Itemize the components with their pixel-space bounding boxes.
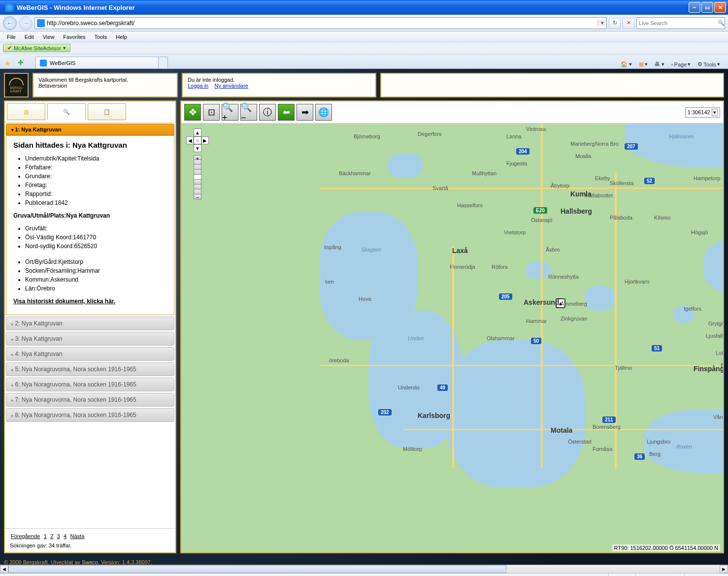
pan-up[interactable]: ▲ [194,128,201,136]
result-item[interactable]: 3: Nya Kattgruvan [6,332,174,346]
pager-page[interactable]: 2 [50,533,53,539]
close-button[interactable]: ✕ [714,2,726,13]
horizontal-scrollbar[interactable]: ◀ ▶ [0,565,728,573]
map-view[interactable]: ▲ ◀○▶ ▼ + − ▲ RT90: 1516202.00000 Ö 6541… [181,123,723,552]
zoom-level[interactable]: 🔍100%▾ [684,574,724,576]
menu-help[interactable]: Help [112,33,131,41]
favorites-star-icon[interactable]: ★ [4,59,14,68]
tab-layers[interactable]: ▥ [7,103,45,120]
new-user-link[interactable]: Ny användare [214,83,248,89]
mcafee-badge[interactable]: ✔McAfee SiteAdvisor▾ [3,44,70,52]
map-label: ilspång [324,244,341,250]
search-box[interactable]: 🔍 [636,17,725,29]
zoom-slider[interactable]: + − [194,155,201,199]
browser-tab[interactable]: WeBerGIS [35,57,159,68]
url-input[interactable] [47,18,597,29]
tab-search[interactable]: 🔍 [47,103,86,120]
zoom-out-step[interactable]: − [194,194,201,199]
pager-next[interactable]: Nästa [70,533,85,539]
tools-menu[interactable]: ⚙ Tools ▾ [695,60,722,68]
map-label: Zinkgruvan [561,316,587,321]
maximize-button[interactable]: ▭ [701,2,713,13]
result-list[interactable]: 1: Nya Kattgruvan Sidan hittades i: Nya … [5,123,175,528]
zoom-in-tool[interactable]: 🔍+ [222,104,238,121]
map-label: Hammar [526,318,547,324]
menu-edit[interactable]: Edit [21,33,38,41]
refresh-button[interactable]: ↻ [609,18,621,29]
result-item[interactable]: 8: Nya Noragruvorna, Nora socken 1916-19… [6,408,174,422]
zoom-box-tool[interactable]: ⊡ [203,104,220,121]
zoom-out-tool[interactable]: 🔍− [240,104,257,121]
pan-left[interactable]: ◀ [186,136,194,144]
scroll-right[interactable]: ▶ [720,565,728,573]
menu-favorites[interactable]: Favorites [59,33,89,41]
zoom-in-step[interactable]: + [194,155,201,160]
full-extent-button[interactable]: 🌐 [315,104,332,121]
map-label: öreboda [329,357,349,363]
back-button[interactable]: ← [3,16,17,30]
pan-down[interactable]: ▼ [194,144,201,152]
route-shield: 207 [625,143,638,150]
route-shield: 211 [602,416,616,423]
menu-view[interactable]: View [39,33,59,41]
next-extent-button[interactable]: ➡ [297,104,313,121]
url-dropdown[interactable]: ▾ [597,20,606,26]
result-item[interactable]: 5: Nya Noragruvorna, Nora socken 1916-19… [6,362,174,376]
menu-tools[interactable]: Tools [91,33,111,41]
result-active-header[interactable]: 1: Nya Kattgruvan [6,124,174,135]
map-label: Hjälmaren [669,133,694,139]
stop-button[interactable]: ✕ [623,18,634,29]
pager-page[interactable]: 3 [57,533,60,539]
pager-prev[interactable]: Föregående [11,533,40,539]
map-label: Karlsborg [418,412,450,419]
feeds-button[interactable]: ▦ ▾ [637,60,650,68]
new-tab-button[interactable] [158,57,168,68]
not-logged-text: Du är inte inloggad. [188,77,370,83]
home-button[interactable]: 🏠 ▾ [619,60,634,68]
add-favorite-icon[interactable]: ✚ [18,59,28,68]
tab-results[interactable]: 📋 [88,103,126,120]
route-shield: 52 [644,178,655,184]
result-item[interactable]: 7: Nya Noragruvorna, Nora socken 1916-19… [6,393,174,407]
scale-display[interactable]: 1:306142 ▾ [685,107,720,118]
route-shield: 36 [634,453,645,460]
pan-tool[interactable]: ✥ [184,104,201,121]
map-toolbar: ✥ ⊡ 🔍+ 🔍− ⓘ ⬅ ➡ 🌐 1:306142 ▾ [181,101,723,123]
map-label: Kilsmo [654,215,670,221]
menu-file[interactable]: File [3,33,20,41]
pager-summary: Sökningen gav: 34 träffar. [10,543,170,548]
map-label: Unden [408,335,424,341]
map-label: Roxen [676,444,692,449]
address-bar[interactable]: ▾ [34,17,607,29]
search-input[interactable] [637,20,718,26]
scroll-left[interactable]: ◀ [0,565,8,573]
search-go[interactable]: 🔍 [718,20,725,26]
info-tool[interactable]: ⓘ [259,104,276,121]
pager-page[interactable]: 4 [64,533,66,539]
page-menu[interactable]: ▫ Page ▾ [669,60,693,68]
map-label: Björneborg [354,133,380,139]
map-label: Fjugesta [506,160,527,166]
prev-extent-button[interactable]: ⬅ [278,104,295,121]
login-link[interactable]: Logga in [188,83,208,89]
view-document-link[interactable]: Visa historiskt dokument, klicka här. [13,298,167,305]
print-button[interactable]: 🖶 ▾ [653,60,666,68]
pan-right[interactable]: ▶ [201,136,209,144]
status-bar: Done 🌐🔒 ✔Trusted sites 🔍100%▾ [0,573,728,576]
result-item[interactable]: 2: Nya Kattgruvan [6,317,174,330]
result-item[interactable]: 6: Nya Noragruvorna, Nora socken 1916-19… [6,378,174,391]
map-label: Askersund [524,298,559,306]
forward-button[interactable]: → [19,16,33,30]
scroll-thumb[interactable] [8,565,506,573]
welcome-text: Välkommen till Bergskrafts kartportal. [38,77,172,83]
security-zone[interactable]: ✔Trusted sites [635,574,684,576]
tab-favicon [40,60,47,66]
minimize-button[interactable]: − [689,2,700,13]
pan-center[interactable]: ○ [194,136,201,144]
result-item[interactable]: 4: Nya Kattgruvan [6,347,174,361]
map-label: Norra Bro [595,141,619,147]
metadata-list: Underrubrik/Kapitel:Titelsida Författare… [13,154,167,207]
pager-page[interactable]: 1 [44,533,47,539]
map-label: Österstad [568,439,592,445]
map-panel: ✥ ⊡ 🔍+ 🔍− ⓘ ⬅ ➡ 🌐 1:306142 ▾ ▲ [180,100,724,553]
